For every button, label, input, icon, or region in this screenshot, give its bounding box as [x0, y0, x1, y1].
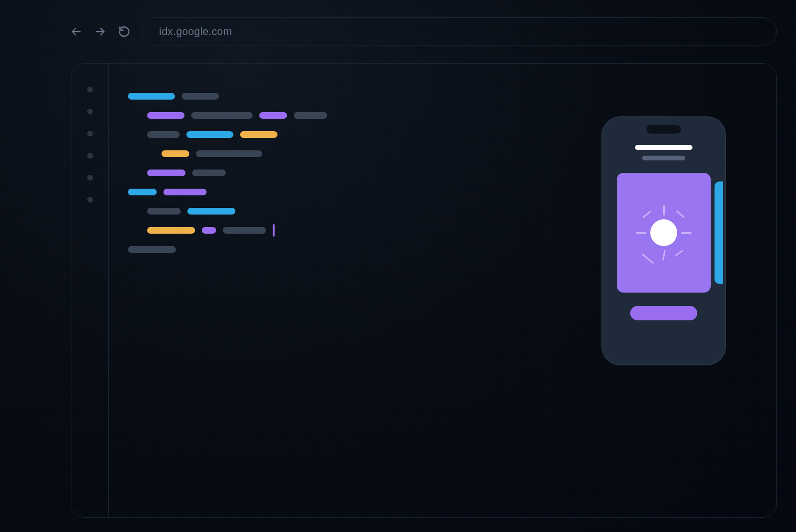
code-token — [240, 131, 277, 138]
code-token — [162, 150, 189, 157]
code-token — [259, 112, 287, 119]
address-bar-url: idx.google.com — [159, 25, 232, 38]
code-line — [128, 221, 531, 240]
code-token — [147, 208, 181, 215]
code-token — [192, 170, 226, 176]
code-token — [187, 208, 235, 215]
code-line — [128, 144, 531, 163]
rail-dot[interactable] — [87, 109, 93, 114]
text-cursor — [273, 224, 275, 237]
rail-dot[interactable] — [87, 197, 93, 203]
code-line — [128, 182, 531, 202]
phone-screen — [611, 142, 716, 356]
code-line — [128, 202, 531, 221]
code-token — [147, 170, 185, 176]
code-token — [182, 93, 219, 100]
code-token — [186, 131, 233, 138]
code-token — [128, 93, 175, 100]
next-card-peek[interactable] — [715, 181, 723, 284]
rail-dot[interactable] — [87, 153, 93, 158]
phone-notch — [646, 125, 681, 134]
code-token — [147, 112, 185, 119]
code-editor[interactable] — [109, 64, 551, 517]
code-token — [202, 227, 216, 234]
browser-chrome: idx.google.com — [69, 14, 777, 49]
code-token — [294, 112, 327, 119]
phone-mock — [601, 116, 726, 365]
code-line — [128, 125, 531, 144]
code-line — [128, 163, 531, 182]
refresh-icon — [118, 25, 130, 38]
arrow-left-icon — [70, 26, 82, 37]
activity-rail — [71, 64, 109, 517]
feature-card[interactable] — [617, 173, 711, 293]
app-headline-placeholder — [635, 145, 692, 150]
code-token — [147, 227, 195, 234]
code-token — [196, 150, 262, 157]
code-token — [128, 246, 176, 253]
code-token — [128, 189, 157, 195]
spark-icon — [650, 219, 677, 246]
reload-button[interactable] — [117, 25, 131, 38]
code-token — [191, 112, 253, 119]
card-carousel[interactable] — [611, 173, 716, 293]
address-bar[interactable]: idx.google.com — [141, 17, 777, 46]
preview-pane — [551, 64, 776, 517]
rail-dot[interactable] — [87, 87, 93, 92]
app-subline-placeholder — [642, 156, 685, 160]
arrow-right-icon — [94, 26, 106, 37]
rail-dot[interactable] — [87, 175, 93, 181]
editor-window — [71, 63, 777, 518]
rail-dot[interactable] — [87, 131, 93, 136]
stage: idx.google.com — [0, 0, 796, 532]
code-line — [128, 240, 531, 259]
cta-button[interactable] — [630, 306, 697, 320]
code-line — [128, 87, 531, 106]
code-token — [147, 131, 180, 138]
forward-button[interactable] — [93, 25, 107, 38]
back-button[interactable] — [69, 25, 83, 38]
code-line — [128, 106, 531, 125]
code-token — [163, 189, 207, 195]
code-token — [223, 227, 266, 234]
